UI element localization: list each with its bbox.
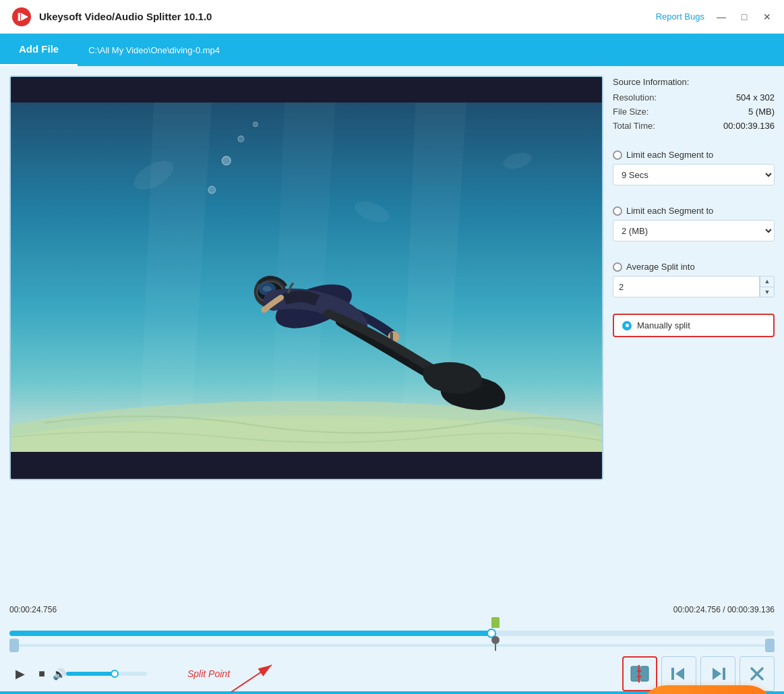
average-split-input[interactable] bbox=[613, 276, 760, 297]
segment-time-label: Limit each Segment to bbox=[626, 150, 713, 160]
close-button[interactable]: ✕ bbox=[761, 11, 773, 23]
manually-split-radio[interactable] bbox=[622, 321, 632, 330]
segment-option-time: Limit each Segment to 9 Secs 1 Secs 2 Se… bbox=[613, 150, 775, 191]
svg-rect-28 bbox=[640, 666, 649, 681]
seek-track[interactable] bbox=[9, 631, 775, 636]
title-bar-right: Report Bugs — □ ✕ bbox=[656, 11, 773, 23]
video-content[interactable] bbox=[11, 103, 602, 452]
filesize-value: 5 (MB) bbox=[748, 107, 775, 117]
svg-marker-35 bbox=[713, 668, 721, 680]
video-bottom-bar bbox=[11, 452, 602, 479]
video-top-bar bbox=[11, 77, 602, 103]
split-point-annotation: Split Point bbox=[174, 668, 230, 679]
add-split-icon bbox=[630, 664, 650, 684]
manually-split-option[interactable]: Manually split bbox=[613, 314, 775, 337]
volume-fill bbox=[66, 672, 115, 676]
start-button[interactable]: Start bbox=[640, 685, 775, 694]
go-end-icon bbox=[708, 664, 727, 683]
minimize-button[interactable]: — bbox=[715, 11, 727, 23]
delete-icon bbox=[748, 664, 766, 683]
title-bar-left: Ukeysoft Video/Audio Splitter 10.1.0 bbox=[11, 6, 212, 28]
spin-buttons: ▲ ▼ bbox=[760, 276, 775, 297]
bottom-toolbar-row1: Force video re-encoding Enable GPU Accel… bbox=[9, 685, 775, 694]
seek-container bbox=[9, 617, 775, 636]
segment-average-label: Average Split into bbox=[626, 262, 695, 272]
bottom-toolbar: Force video re-encoding Enable GPU Accel… bbox=[0, 691, 784, 694]
svg-marker-33 bbox=[675, 668, 684, 680]
bottom-area: 00:00:24.756 00:00:24.756 / 00:00:39.136… bbox=[0, 600, 784, 691]
maximize-button[interactable]: □ bbox=[738, 11, 750, 23]
segment-time-radio[interactable] bbox=[613, 150, 622, 160]
totaltime-value: 00:00:39.136 bbox=[723, 121, 775, 131]
totaltime-label: Total Time: bbox=[613, 121, 655, 131]
source-info: Source Information: Resolution: 504 x 30… bbox=[613, 77, 775, 135]
volume-icon[interactable]: 🔊 bbox=[53, 668, 66, 681]
app-logo-icon bbox=[11, 6, 32, 28]
svg-line-26 bbox=[231, 665, 272, 692]
play-button[interactable]: ▶ bbox=[9, 663, 31, 685]
trim-track bbox=[9, 639, 775, 652]
segment-size-select[interactable]: 2 (MB) 1 (MB) 5 (MB) 10 (MB) bbox=[613, 220, 775, 241]
resolution-label: Resolution: bbox=[613, 92, 657, 103]
split-arrow-svg bbox=[228, 662, 282, 694]
title-bar: Ukeysoft Video/Audio Splitter 10.1.0 Rep… bbox=[0, 0, 784, 34]
seek-marker bbox=[491, 617, 500, 628]
filesize-label: File Size: bbox=[613, 107, 649, 117]
segment-size-radio[interactable] bbox=[613, 206, 622, 216]
svg-rect-34 bbox=[723, 668, 725, 680]
split-point-label: Split Point bbox=[187, 668, 230, 679]
volume-slider[interactable] bbox=[66, 672, 147, 676]
stop-button[interactable]: ■ bbox=[31, 663, 53, 685]
segment-average-radio[interactable] bbox=[613, 262, 622, 272]
video-container bbox=[9, 76, 603, 480]
add-file-button[interactable]: Add File bbox=[0, 34, 78, 66]
video-panel bbox=[9, 76, 603, 600]
segment-time-radio-label[interactable]: Limit each Segment to bbox=[613, 150, 775, 160]
video-scene-svg bbox=[11, 103, 602, 452]
manually-split-label: Manually split bbox=[637, 320, 690, 330]
average-split-spinbox-row: ▲ ▼ bbox=[613, 276, 775, 297]
trim-bar-bg bbox=[9, 644, 775, 647]
segment-size-label: Limit each Segment to bbox=[626, 206, 713, 216]
totaltime-row: Total Time: 00:00:39.136 bbox=[613, 121, 775, 131]
report-bugs-link[interactable]: Report Bugs bbox=[656, 11, 704, 22]
segment-average-radio-label[interactable]: Average Split into bbox=[613, 262, 775, 272]
trim-handle-left[interactable] bbox=[9, 639, 19, 652]
segment-option-average: Average Split into ▲ ▼ bbox=[613, 262, 775, 303]
resolution-row: Resolution: 504 x 302 bbox=[613, 92, 775, 103]
svg-rect-32 bbox=[671, 668, 674, 680]
toolbar: Add File C:\All My Video\One\diving-0.mp… bbox=[0, 34, 784, 66]
app-title: Ukeysoft Video/Audio Splitter 10.1.0 bbox=[39, 11, 212, 22]
file-path-label: C:\All My Video\One\diving-0.mp4 bbox=[78, 45, 220, 55]
segment-size-radio-label[interactable]: Limit each Segment to bbox=[613, 206, 775, 216]
split-point-marker bbox=[491, 636, 500, 651]
resolution-value: 504 x 302 bbox=[736, 92, 775, 103]
main-area: Source Information: Resolution: 504 x 30… bbox=[0, 66, 784, 600]
trim-handle-right[interactable] bbox=[765, 639, 775, 652]
total-time-label: 00:00:24.756 / 00:00:39.136 bbox=[673, 605, 775, 614]
volume-knob bbox=[111, 670, 119, 678]
seek-marker-thumb bbox=[491, 617, 500, 628]
segment-size-select-row: 2 (MB) 1 (MB) 5 (MB) 10 (MB) bbox=[613, 220, 775, 241]
current-time-label: 00:00:24.756 bbox=[9, 605, 57, 614]
segment-time-select-row: 9 Secs 1 Secs 2 Secs 3 Secs 5 Secs 10 Se… bbox=[613, 164, 775, 185]
svg-rect-27 bbox=[631, 666, 639, 681]
segment-time-select[interactable]: 9 Secs 1 Secs 2 Secs 3 Secs 5 Secs 10 Se… bbox=[613, 164, 775, 185]
go-start-icon bbox=[669, 664, 688, 683]
split-point-dot bbox=[491, 636, 500, 644]
start-btn-container: Start bbox=[381, 685, 775, 694]
filesize-row: File Size: 5 (MB) bbox=[613, 107, 775, 117]
seek-marker-area bbox=[9, 617, 775, 631]
split-point-line bbox=[495, 644, 496, 651]
time-row: 00:00:24.756 00:00:24.756 / 00:00:39.136 bbox=[9, 605, 775, 614]
spin-up-button[interactable]: ▲ bbox=[760, 276, 775, 287]
spin-down-button[interactable]: ▼ bbox=[760, 287, 775, 298]
seek-progress bbox=[9, 631, 491, 636]
segment-option-size: Limit each Segment to 2 (MB) 1 (MB) 5 (M… bbox=[613, 206, 775, 247]
source-info-title: Source Information: bbox=[613, 77, 775, 87]
right-panel: Source Information: Resolution: 504 x 30… bbox=[613, 76, 775, 600]
